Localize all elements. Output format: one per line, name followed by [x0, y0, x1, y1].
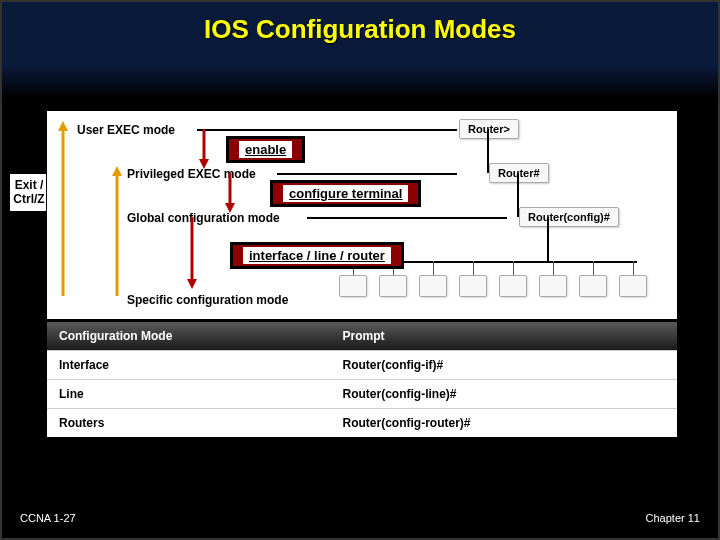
sub-mode-box: [539, 275, 567, 297]
svg-marker-3: [112, 166, 122, 176]
drop: [633, 261, 634, 275]
table-row: Routers Router(config-router)#: [47, 408, 677, 437]
th-prompt: Prompt: [331, 322, 678, 350]
sub-mode-box: [619, 275, 647, 297]
drop: [513, 261, 514, 275]
exit-shortcut-box: Exit / Ctrl/Z: [8, 172, 50, 213]
exit-label-2: Ctrl/Z: [10, 192, 48, 206]
cell-prompt: Router(config-router)#: [331, 409, 678, 437]
user-exec-label: User EXEC mode: [77, 123, 175, 137]
slide-title: IOS Configuration Modes: [2, 2, 718, 45]
sub-mode-box: [579, 275, 607, 297]
cell-prompt: Router(config-if)#: [331, 351, 678, 379]
cell-mode: Routers: [47, 409, 331, 437]
exit-arrow-mid: [109, 166, 125, 296]
connector: [307, 217, 507, 219]
cell-mode: Line: [47, 380, 331, 408]
cmd-interface-box: interface / line / router: [230, 242, 404, 269]
sub-mode-box: [339, 275, 367, 297]
connector: [277, 173, 457, 175]
cmd-enable-box: enable: [226, 136, 305, 163]
cmd-configure: configure terminal: [283, 185, 408, 202]
sub-mode-box: [459, 275, 487, 297]
footer-right: Chapter 11: [646, 512, 700, 524]
exit-label-1: Exit /: [10, 178, 48, 192]
drop: [593, 261, 594, 275]
svg-marker-9: [187, 279, 197, 289]
down-arrow-configure: [223, 173, 237, 213]
global-config-prompt: Router(config)#: [519, 207, 619, 227]
global-config-label: Global configuration mode: [127, 211, 280, 225]
table-row: Line Router(config-line)#: [47, 379, 677, 408]
table-header: Configuration Mode Prompt: [47, 322, 677, 350]
cell-prompt: Router(config-line)#: [331, 380, 678, 408]
cmd-interface: interface / line / router: [243, 247, 391, 264]
drop: [473, 261, 474, 275]
cell-mode: Interface: [47, 351, 331, 379]
sub-mode-box: [419, 275, 447, 297]
exit-arrow-left: [55, 121, 71, 296]
drop: [553, 261, 554, 275]
table-row: Interface Router(config-if)#: [47, 350, 677, 379]
slide: IOS Configuration Modes Exit / Ctrl/Z Us…: [0, 0, 720, 540]
cmd-enable: enable: [239, 141, 292, 158]
th-mode: Configuration Mode: [47, 322, 331, 350]
specific-config-label: Specific configuration mode: [127, 293, 288, 307]
connector: [197, 129, 457, 131]
cmd-configure-box: configure terminal: [270, 180, 421, 207]
down-arrow-enable: [197, 129, 211, 169]
footer-left: CCNA 1-27: [20, 512, 76, 524]
config-mode-table: Configuration Mode Prompt Interface Rout…: [46, 321, 678, 438]
mode-hierarchy-diagram: User EXEC mode Router> Privileged EXEC m…: [46, 110, 678, 320]
drop: [433, 261, 434, 275]
sub-mode-box: [499, 275, 527, 297]
svg-marker-1: [58, 121, 68, 131]
connector: [547, 217, 549, 261]
sub-mode-box: [379, 275, 407, 297]
down-arrow-interface: [185, 217, 199, 289]
